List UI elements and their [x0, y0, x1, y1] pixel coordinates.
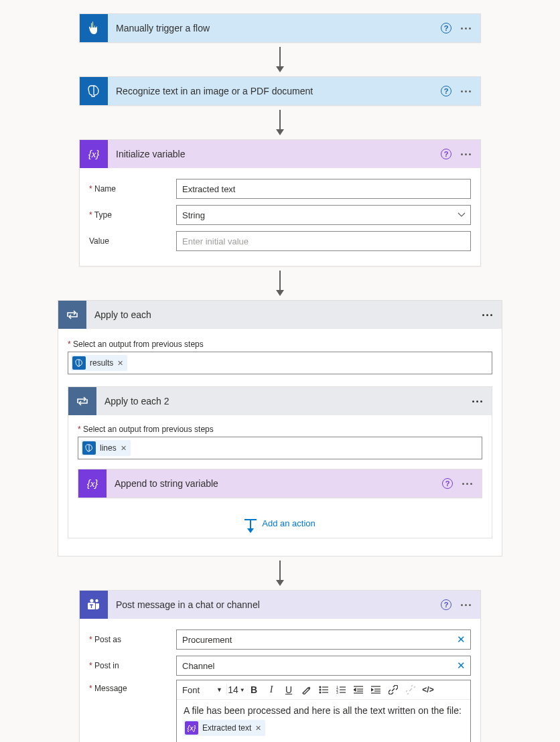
scope-title: Apply to each [86, 309, 482, 320]
step-title: Initialize variable [108, 149, 441, 159]
connector-arrow [276, 561, 284, 586]
recognize-text-step[interactable]: Recognize text in an image or a PDF docu… [79, 76, 481, 106]
connector-arrow [276, 110, 284, 135]
fontcolor-button[interactable] [298, 682, 314, 698]
step-header[interactable]: Post message in a chat or channel ? [80, 591, 480, 619]
value-input[interactable] [176, 231, 471, 251]
postin-label: Post in [89, 661, 176, 670]
postas-select[interactable] [176, 629, 471, 650]
fontsize-select[interactable]: 14▼ [228, 682, 244, 698]
name-input[interactable] [176, 179, 471, 199]
variable-icon: {x} [185, 721, 198, 735]
ai-icon [72, 356, 86, 370]
svg-text:3: 3 [336, 690, 338, 694]
teams-icon [80, 591, 108, 619]
apply-to-each-scope: Apply to each * Select an output from pr… [58, 300, 502, 556]
underline-button[interactable]: U [281, 682, 297, 698]
message-label: Message [89, 680, 176, 693]
add-action-button[interactable]: Add an action [78, 518, 482, 528]
token-label: Extracted text [202, 723, 251, 733]
remove-token-icon[interactable]: ✕ [117, 359, 123, 368]
loop-icon [58, 301, 86, 329]
svg-rect-4 [91, 605, 92, 609]
append-string-step[interactable]: {x} Append to string variable ? [78, 469, 482, 498]
select-output-label: * Select an output from previous steps [68, 340, 492, 349]
italic-button[interactable]: I [263, 682, 279, 698]
variable-icon: {x} [78, 469, 107, 498]
connector-arrow [276, 271, 284, 296]
type-select[interactable] [176, 205, 471, 225]
extracted-text-token[interactable]: {x} Extracted text ✕ [184, 720, 265, 736]
help-icon[interactable]: ? [442, 478, 453, 489]
step-header[interactable]: {x} Initialize variable ? [80, 140, 480, 168]
step-title: Manually trigger a flow [108, 23, 441, 33]
svg-point-7 [320, 689, 321, 690]
output-token-box[interactable]: results ✕ [68, 352, 492, 374]
token-label: results [90, 358, 113, 368]
select-output-label: * Select an output from previous steps [78, 425, 482, 434]
svg-point-0 [95, 599, 98, 602]
more-menu[interactable] [482, 314, 492, 316]
postas-label: Post as [89, 635, 176, 644]
postin-select[interactable] [176, 656, 471, 676]
unlink-button [403, 682, 419, 698]
output-token-box[interactable]: lines ✕ [78, 437, 482, 459]
lines-token[interactable]: lines ✕ [81, 440, 131, 456]
help-icon[interactable]: ? [441, 149, 451, 159]
step-title: Post message in a chat or channel [108, 599, 441, 610]
link-button[interactable] [385, 682, 401, 698]
name-label: Name [89, 184, 176, 194]
numbering-button[interactable]: 123 [333, 682, 349, 698]
ai-brain-icon [80, 77, 108, 105]
bullets-button[interactable] [316, 682, 332, 698]
richtext-toolbar: Font▼ 14▼ B I U 123 [177, 680, 470, 700]
help-icon[interactable]: ? [441, 23, 451, 33]
help-icon[interactable]: ? [441, 86, 451, 96]
svg-point-1 [90, 599, 93, 602]
clear-icon[interactable]: ✕ [457, 660, 466, 672]
trigger-step[interactable]: Manually trigger a flow ? [79, 13, 481, 43]
step-title: Append to string variable [107, 478, 442, 489]
outdent-button[interactable] [350, 682, 366, 698]
svg-point-5 [320, 686, 321, 688]
loop-icon [68, 387, 96, 415]
apply-to-each-2-scope: Apply to each 2 * Select an output from … [68, 386, 492, 538]
remove-token-icon[interactable]: ✕ [255, 724, 261, 733]
results-token[interactable]: results ✕ [71, 355, 127, 371]
more-menu[interactable] [461, 90, 471, 92]
indent-button[interactable] [368, 682, 384, 698]
clear-icon[interactable]: ✕ [457, 634, 466, 646]
variable-icon: {x} [80, 140, 108, 168]
more-menu[interactable] [461, 27, 471, 29]
scope-title: Apply to each 2 [96, 396, 472, 406]
more-menu[interactable] [472, 400, 482, 402]
teams-post-step: Post message in a chat or channel ? Post… [79, 590, 481, 742]
message-body[interactable]: A file has been processed and here is al… [177, 700, 470, 742]
step-title: Recognize text in an image or a PDF docu… [108, 86, 441, 96]
message-text: A file has been processed and here is al… [184, 705, 464, 716]
more-menu[interactable] [462, 483, 472, 485]
help-icon[interactable]: ? [441, 599, 451, 610]
scope-header[interactable]: Apply to each 2 [68, 387, 492, 415]
connector-arrow [276, 47, 284, 72]
initialize-variable-step: {x} Initialize variable ? Name Type [79, 139, 481, 267]
token-label: lines [100, 443, 117, 453]
more-menu[interactable] [461, 604, 471, 606]
bold-button[interactable]: B [246, 682, 262, 698]
touch-icon [80, 14, 108, 42]
font-select[interactable]: Font▼ [180, 682, 225, 698]
ai-icon [82, 441, 96, 455]
type-label: Type [89, 210, 176, 220]
more-menu[interactable] [461, 153, 471, 155]
add-action-icon [244, 519, 257, 528]
richtext-editor: Font▼ 14▼ B I U 123 [176, 680, 471, 742]
scope-header[interactable]: Apply to each [58, 301, 502, 329]
svg-point-9 [320, 692, 321, 693]
add-action-label: Add an action [262, 518, 316, 528]
codeview-button[interactable]: </> [420, 682, 436, 698]
value-label: Value [89, 236, 176, 246]
remove-token-icon[interactable]: ✕ [121, 444, 127, 453]
